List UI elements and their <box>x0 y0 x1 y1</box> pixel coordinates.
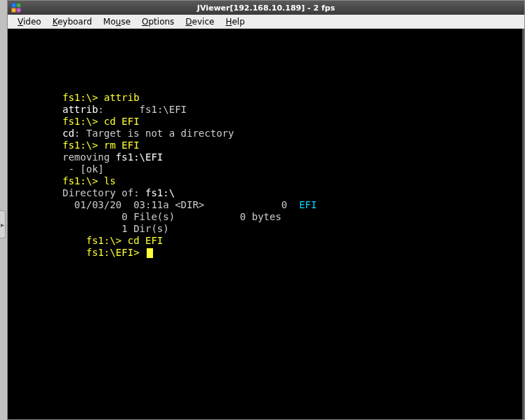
terminal-text: EFI <box>299 199 317 210</box>
terminal-text: fs1:\> ls <box>62 175 116 187</box>
terminal-text: attrib <box>62 104 98 115</box>
terminal-line: 0 File(s) 0 bytes <box>62 211 524 223</box>
menubar: Video Keyboard Mouse Options Device Help <box>8 15 524 29</box>
terminal-line: - [ok] <box>62 163 524 175</box>
menu-options[interactable]: Options <box>136 15 180 28</box>
app-icon <box>11 2 22 13</box>
terminal-text: fs1:\ <box>145 187 175 198</box>
terminal-text: fs1:\EFI <box>116 151 163 163</box>
terminal-text: removing <box>62 151 116 163</box>
terminal-text: 1 Dir(s) <box>62 223 169 234</box>
svg-rect-0 <box>12 4 15 7</box>
terminal-text: cd <box>62 128 74 139</box>
terminal-line: Directory of: fs1:\ <box>62 187 524 199</box>
terminal-line: fs1:\> ls <box>62 175 524 187</box>
terminal-line: fs1:\> rm EFI <box>62 140 524 151</box>
terminal-text: fs1:\> cd EFI <box>62 235 163 246</box>
terminal-line: attrib: fs1:\EFI <box>62 104 524 116</box>
terminal-text: : <box>98 104 140 115</box>
terminal-text: Directory of: <box>62 187 145 198</box>
menu-video[interactable]: Video <box>12 15 47 28</box>
svg-rect-3 <box>17 8 20 12</box>
menu-keyboard[interactable]: Keyboard <box>47 15 98 28</box>
window-title: JViewer[192.168.10.189] - 2 fps <box>197 4 335 13</box>
terminal-text: fs1:\> attrib <box>62 92 140 103</box>
terminal-line: fs1:\> cd EFI <box>62 116 524 128</box>
terminal-line: removing fs1:\EFI <box>62 151 524 163</box>
scrollbar-vertical[interactable] <box>522 29 524 419</box>
terminal-line: 1 Dir(s) <box>62 223 524 235</box>
terminal-line: fs1:\> attrib <box>62 92 524 104</box>
terminal-text: fs1:\> cd EFI <box>62 116 140 127</box>
app-window: JViewer[192.168.10.189] - 2 fps Video Ke… <box>7 0 525 420</box>
terminal-text: fs1:\> rm EFI <box>62 140 140 151</box>
terminal-line: fs1:\EFI> <box>62 247 524 259</box>
chevron-right-icon: ▸ <box>1 221 4 229</box>
remote-console-viewport[interactable]: fs1:\> attribattrib: fs1:\EFIfs1:\> cd E… <box>8 29 524 419</box>
svg-rect-1 <box>17 4 20 7</box>
terminal-text: 01/03/20 03:11a <DIR> 0 <box>62 199 299 210</box>
terminal-cursor <box>147 248 153 258</box>
menu-device[interactable]: Device <box>180 15 220 28</box>
terminal-text: fs1:\EFI <box>140 104 187 115</box>
side-panel-handle[interactable]: ▸ <box>0 210 6 238</box>
terminal-line: fs1:\> cd EFI <box>62 235 524 247</box>
terminal-output: fs1:\> attribattrib: fs1:\EFIfs1:\> cd E… <box>8 29 524 259</box>
svg-rect-2 <box>12 8 15 12</box>
terminal-text: : Target is not a directory <box>74 128 234 139</box>
terminal-text: fs1:\EFI> <box>62 247 145 258</box>
terminal-line: 01/03/20 03:11a <DIR> 0 EFI <box>62 199 524 211</box>
menu-help[interactable]: Help <box>220 15 250 28</box>
terminal-line: cd: Target is not a directory <box>62 128 524 140</box>
terminal-text: - [ok] <box>62 163 104 175</box>
menu-mouse[interactable]: Mouse <box>98 15 136 28</box>
terminal-text: 0 File(s) 0 bytes <box>62 211 281 222</box>
titlebar[interactable]: JViewer[192.168.10.189] - 2 fps <box>8 1 524 15</box>
